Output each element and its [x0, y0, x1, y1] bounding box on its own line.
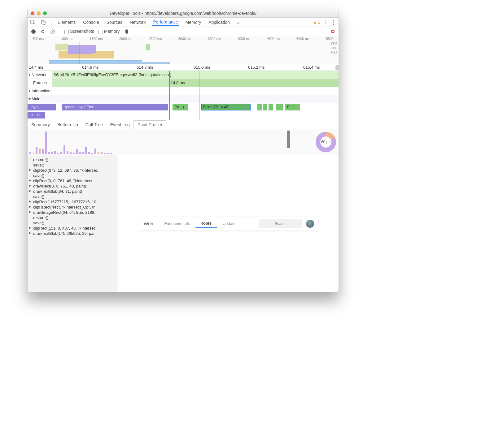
paint-command[interactable]: save()	[28, 194, 117, 199]
block-paint-1[interactable]: Pa…)	[173, 104, 188, 110]
profiler-bar[interactable]	[54, 151, 56, 154]
paint-command[interactable]: drawTextBlob(64, 31, paint)	[28, 189, 117, 194]
block-update-layer-tree[interactable]: Update Layer Tree	[62, 104, 168, 110]
expand-icon[interactable]	[29, 74, 30, 76]
profiler-bar[interactable]	[63, 145, 65, 154]
garbage-icon[interactable]	[124, 29, 129, 34]
paint-command[interactable]: clipRRect(rrect, "kIntersect_Op", tr	[28, 205, 117, 210]
block-paint-2[interactable]: P…)	[285, 104, 300, 110]
tab-sources[interactable]: Sources	[105, 19, 124, 26]
profiler-bar[interactable]	[57, 153, 59, 154]
time-ruler[interactable]: 14.4 ms 614.6 ms 614.8 ms 615.0 ms 615.2…	[28, 64, 339, 71]
profiler-bar[interactable]	[70, 152, 72, 154]
block-green-b[interactable]	[263, 104, 267, 110]
profiler-bar[interactable]	[36, 147, 37, 154]
profiler-bar[interactable]	[107, 153, 109, 154]
paint-command[interactable]: drawImageRect(64, 64, true, 2188,	[28, 210, 117, 215]
profiler-bar[interactable]	[73, 153, 75, 154]
settings-icon[interactable]: ✿	[331, 28, 335, 34]
block-green-c[interactable]	[269, 104, 273, 110]
preview-search[interactable]: Search	[259, 219, 302, 228]
profiler-bar[interactable]	[88, 152, 90, 154]
screenshots-checkbox[interactable]: Screenshots	[64, 29, 94, 34]
record-button[interactable]	[31, 29, 36, 34]
tab-bottom-up[interactable]: Bottom-Up	[54, 121, 82, 129]
paint-command-list[interactable]: restore()save()clipRect(673, 12, 697, 36…	[28, 155, 117, 292]
close-icon[interactable]	[31, 11, 34, 15]
block-layout[interactable]: Layout	[28, 104, 56, 110]
track-network[interactable]: Network :S6g4U3t-Y5UEw0lE80llgEseQY3FEmq…	[28, 71, 339, 79]
paint-command[interactable]: restore()	[28, 215, 117, 220]
paint-command[interactable]: save()	[28, 173, 117, 178]
minimize-icon[interactable]	[37, 11, 41, 15]
tab-performance[interactable]: Performance	[152, 18, 179, 26]
profiler-bar[interactable]	[101, 152, 103, 154]
scrollbar-thumb[interactable]	[335, 65, 339, 70]
device-toggle-icon[interactable]	[41, 19, 46, 25]
tab-call-tree[interactable]: Call Tree	[82, 121, 107, 129]
profiler-bar[interactable]	[67, 151, 68, 154]
paint-command[interactable]: save()	[28, 162, 117, 168]
tab-event-log[interactable]: Event Log	[107, 121, 133, 129]
profiler-bar[interactable]	[33, 153, 34, 154]
scrubber-handle[interactable]	[287, 131, 290, 148]
block-green-d[interactable]	[276, 104, 283, 110]
profiler-bar[interactable]	[42, 149, 44, 154]
kebab-menu-icon[interactable]: ⋮	[330, 19, 336, 26]
warning-count[interactable]: ▲ 2	[313, 20, 320, 24]
block-green-a[interactable]	[257, 104, 262, 110]
memory-checkbox[interactable]: Memory	[98, 29, 120, 34]
paint-command[interactable]: clipRect(151, 0, 437, 48, "kIntersec	[28, 226, 117, 231]
profiler-bars[interactable]	[28, 129, 316, 155]
profiler-bar[interactable]	[60, 152, 62, 154]
block-layout-nested[interactable]: La…ut	[28, 112, 45, 118]
profiler-bar[interactable]	[45, 131, 47, 154]
preview-nav-fundamentals[interactable]: Fundamentals	[159, 221, 195, 226]
profiler-bar[interactable]	[79, 152, 81, 154]
tab-application[interactable]: Application	[207, 19, 231, 26]
track-frames[interactable]: Frames 14.8 ms	[28, 79, 339, 87]
preview-avatar[interactable]	[306, 220, 314, 228]
tab-paint-profiler[interactable]: Paint Profiler	[133, 120, 166, 129]
paint-command[interactable]: restore()	[28, 157, 117, 162]
tab-console[interactable]: Console	[82, 19, 100, 26]
profiler-bar[interactable]	[29, 152, 31, 154]
profiler-bar[interactable]	[76, 149, 78, 154]
inspect-icon[interactable]	[30, 19, 36, 25]
profiler-bar[interactable]	[110, 153, 112, 154]
tabs-overflow[interactable]: »	[236, 19, 241, 26]
track-main[interactable]: Main	[28, 95, 339, 103]
profiler-bar[interactable]	[104, 153, 106, 154]
expand-icon[interactable]	[29, 90, 30, 92]
profiler-bar[interactable]	[85, 147, 87, 154]
profiler-bar[interactable]	[48, 152, 50, 154]
tab-network[interactable]: Network	[129, 19, 147, 26]
preview-nav-web[interactable]: Web	[138, 221, 159, 226]
maximize-icon[interactable]	[43, 11, 47, 15]
flame-row-1[interactable]: Layout Update Layer Tree Pa…) Paint (761…	[28, 103, 339, 111]
paint-profiler-graph[interactable]: 60 µs	[28, 129, 339, 155]
profiler-bar[interactable]	[98, 152, 99, 154]
paint-command[interactable]: drawRect(0, 0, 761, 48, paint)	[28, 183, 117, 189]
profiler-bar[interactable]	[82, 152, 84, 154]
profiler-bar[interactable]	[39, 149, 41, 154]
tab-summary[interactable]: Summary	[28, 121, 54, 129]
track-interactions[interactable]: Interactions	[28, 87, 339, 95]
reload-icon[interactable]	[40, 29, 46, 34]
paint-command[interactable]: clipRect(673, 12, 697, 36, "kIntersec	[28, 168, 117, 173]
profiler-bar[interactable]	[91, 153, 93, 154]
block-paint-selected[interactable]: Paint (761 × 48)	[201, 104, 251, 110]
overview-timeline[interactable]: 500 ms1000 ms1500 ms2000 ms2500 ms3000 m…	[28, 36, 339, 64]
preview-nav-tools[interactable]: Tools	[195, 221, 217, 228]
paint-command[interactable]: drawTextBlob(175.265625, 29, pai	[28, 231, 117, 236]
tab-elements[interactable]: Elements	[56, 19, 77, 26]
collapse-icon[interactable]	[28, 98, 31, 100]
paint-command[interactable]: clipRect(0, 0, 761, 48, "kIntersect_	[28, 178, 117, 183]
clear-icon[interactable]	[50, 29, 55, 34]
paint-command[interactable]: clipRect(-16777215, -16777215, 10	[28, 199, 117, 205]
flame-row-2[interactable]: La…ut	[28, 111, 339, 120]
tab-memory[interactable]: Memory	[184, 19, 203, 26]
profiler-bar[interactable]	[94, 149, 96, 154]
paint-command[interactable]: save()	[28, 220, 117, 226]
preview-nav-update[interactable]: Update	[217, 221, 241, 226]
